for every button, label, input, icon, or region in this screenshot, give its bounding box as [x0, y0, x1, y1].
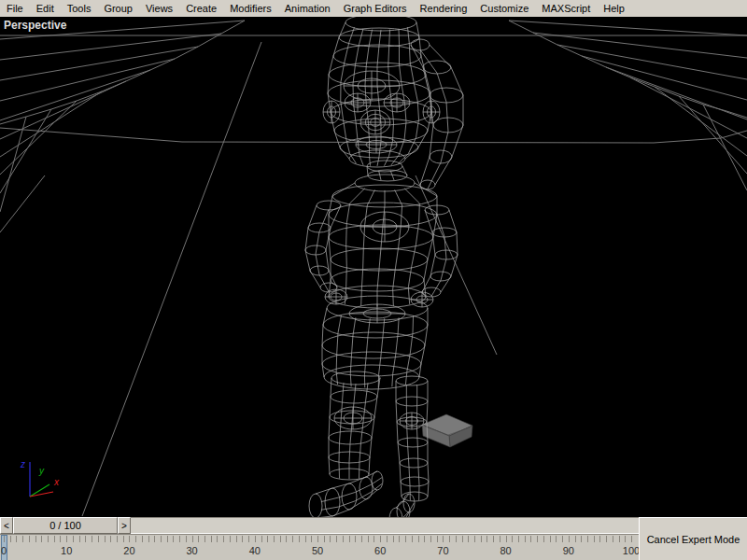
frame-tick: [255, 536, 256, 542]
menu-item-maxscript[interactable]: MAXScript: [535, 2, 597, 16]
frame-tick: [474, 536, 475, 542]
frame-tick: [317, 536, 318, 542]
frame-tick: [424, 536, 425, 542]
previous-frame-button[interactable]: <: [0, 517, 13, 534]
frame-tick: [619, 536, 620, 542]
frame-tick: [368, 536, 369, 542]
frame-tick: [154, 536, 155, 542]
frame-tick: [594, 536, 595, 542]
frame-number-label: 40: [243, 545, 267, 556]
menu-item-views[interactable]: Views: [139, 2, 179, 16]
frame-tick: [161, 536, 162, 542]
frame-tick: [261, 536, 262, 542]
frame-tick: [85, 536, 86, 542]
menu-item-help[interactable]: Help: [597, 2, 631, 16]
frame-tick: [412, 536, 413, 542]
frame-tick: [117, 536, 118, 542]
frame-number-label: 0: [0, 545, 16, 556]
frame-tick: [443, 536, 444, 542]
menu-item-animation[interactable]: Animation: [278, 2, 337, 16]
frame-tick: [606, 536, 607, 542]
frame-tick: [399, 536, 400, 542]
menu-item-create[interactable]: Create: [179, 2, 223, 16]
frame-tick: [500, 536, 500, 542]
viewport-canvas[interactable]: xyz: [0, 17, 747, 517]
frame-tick: [430, 536, 431, 542]
frame-number-label: 90: [557, 545, 581, 556]
menu-item-tools[interactable]: Tools: [61, 2, 98, 16]
frame-tick: [98, 536, 99, 542]
frame-tick: [462, 536, 463, 542]
frame-tick: [449, 536, 450, 542]
frame-tick: [135, 536, 136, 542]
frame-tick: [599, 536, 600, 542]
frame-tick: [530, 536, 531, 542]
frame-number-label: 10: [54, 545, 78, 556]
frame-tick: [217, 536, 218, 542]
menu-bar: FileEditToolsGroupViewsCreateModifiersAn…: [0, 0, 747, 18]
frame-tick: [167, 536, 168, 542]
box-object[interactable]: [422, 414, 472, 447]
frame-tick: [330, 536, 331, 542]
frame-tick: [198, 536, 199, 542]
frame-tick: [35, 536, 36, 542]
frame-tick: [361, 536, 362, 542]
frame-tick: [29, 536, 30, 542]
frame-tick: [73, 536, 74, 542]
frame-tick: [587, 536, 588, 542]
frame-tick: [613, 536, 613, 542]
track-bar-ruler[interactable]: 0102030405060708090100: [0, 534, 639, 560]
frame-tick: [631, 536, 632, 542]
frame-tick: [512, 536, 513, 542]
frame-tick: [468, 536, 469, 542]
frame-tick: [543, 536, 544, 542]
frame-number-label: 70: [430, 545, 455, 556]
menu-item-modifiers[interactable]: Modifiers: [223, 2, 278, 16]
frame-tick: [123, 536, 124, 542]
time-slider-row: < 0 / 100 >: [0, 517, 639, 534]
frame-tick: [16, 536, 17, 542]
frame-tick: [349, 536, 350, 542]
menu-item-group[interactable]: Group: [97, 2, 139, 16]
time-slider-track[interactable]: [131, 517, 639, 534]
menu-item-edit[interactable]: Edit: [30, 2, 61, 16]
frame-tick: [79, 536, 80, 542]
frame-tick: [92, 536, 92, 542]
frame-tick: [405, 536, 406, 542]
frame-tick: [242, 536, 243, 542]
frame-tick: [236, 536, 237, 542]
cancel-expert-mode-button[interactable]: Cancel Expert Mode: [639, 517, 747, 560]
frame-number-label: 60: [368, 545, 392, 556]
menu-item-graph-editors[interactable]: Graph Editors: [337, 2, 414, 16]
frame-tick: [211, 536, 212, 542]
frame-number-label: 80: [494, 545, 518, 556]
frame-tick: [336, 536, 337, 542]
frame-tick: [380, 536, 381, 542]
frame-tick: [286, 536, 287, 542]
frame-tick: [299, 536, 300, 542]
frame-tick: [10, 536, 11, 542]
frame-tick: [48, 536, 49, 542]
frame-tick: [192, 536, 193, 542]
next-frame-button[interactable]: >: [118, 517, 131, 534]
application-window: FileEditToolsGroupViewsCreateModifiersAn…: [0, 0, 747, 560]
frame-tick: [129, 536, 130, 542]
frame-tick: [142, 536, 143, 542]
frame-tick: [437, 536, 438, 542]
menu-item-file[interactable]: File: [0, 2, 30, 16]
frame-tick: [393, 536, 394, 542]
frame-tick: [486, 536, 487, 542]
frame-tick: [186, 536, 187, 542]
menu-item-rendering[interactable]: Rendering: [414, 2, 474, 16]
frame-tick: [41, 536, 42, 542]
frame-number-label: 30: [180, 545, 204, 556]
time-slider-thumb[interactable]: 0 / 100: [13, 517, 118, 534]
menu-item-customize[interactable]: Customize: [473, 2, 535, 16]
frame-tick: [230, 536, 231, 542]
perspective-viewport[interactable]: xyz Perspective: [0, 17, 747, 517]
frame-tick: [550, 536, 551, 542]
frame-tick: [569, 536, 570, 542]
frame-tick: [204, 536, 205, 542]
frame-tick: [54, 536, 55, 542]
frame-tick: [456, 536, 457, 542]
